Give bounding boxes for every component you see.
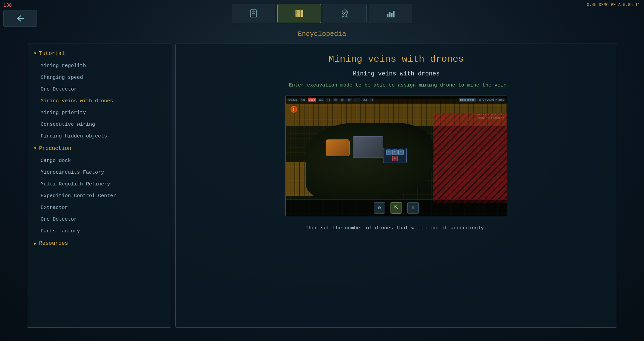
sidebar[interactable]: ▼ Tutorial Mining regolith Changing spee… — [27, 44, 171, 328]
content-panel: Mining veins with drones Mining veins wi… — [175, 44, 617, 328]
svg-rect-6 — [298, 10, 301, 17]
section-production-label: Production — [39, 146, 71, 152]
sidebar-item-expedition-control-center[interactable]: Expedition Control Center — [27, 190, 171, 202]
back-button[interactable] — [3, 10, 37, 27]
sidebar-item-cargo-dock[interactable]: Cargo dock — [27, 155, 171, 167]
article-title: Mining veins with drones — [328, 54, 464, 64]
svg-rect-7 — [301, 10, 303, 17]
sidebar-item-finding-hidden-objects[interactable]: Finding hidden objects — [27, 130, 171, 142]
svg-point-11 — [342, 10, 348, 15]
section-tutorial-label: Tutorial — [39, 51, 65, 57]
nav-tabs — [232, 4, 412, 23]
tab-stats[interactable] — [369, 4, 412, 23]
main-layout: ▼ Tutorial Mining regolith Changing spee… — [27, 44, 617, 328]
sidebar-item-mining-priority[interactable]: Mining priority — [27, 107, 171, 119]
section-resources[interactable]: ▶ Resources — [27, 237, 171, 250]
sidebar-item-parts-factory[interactable]: Parts factory — [27, 225, 171, 237]
tab-notes[interactable] — [232, 4, 275, 23]
gs-icon-gear: ⚙ — [374, 202, 385, 214]
sidebar-item-multi-regolith-refinery[interactable]: Multi-Regolith Refinery — [27, 178, 171, 190]
svg-rect-12 — [387, 14, 388, 17]
section-resources-label: Resources — [39, 240, 68, 246]
sidebar-item-mining-regolith[interactable]: Mining regolith — [27, 60, 171, 72]
arrow-production: ▼ — [34, 146, 36, 151]
section-tutorial[interactable]: ▼ Tutorial — [27, 47, 171, 60]
tab-encyclopedia[interactable] — [277, 4, 321, 23]
warning-icon: ! — [290, 106, 297, 113]
gs-watermark: DEMO BETA 0.83.389 WORK IN PROGRESS — [475, 113, 504, 120]
sidebar-item-ore-detector-1[interactable]: Ore Detector — [27, 83, 171, 95]
top-bar — [0, 0, 644, 27]
game-screenshot: 141421 +21 3000 125 ●0 ●8 ●6 ●0 ⋮⋮ 200 0… — [285, 96, 507, 216]
tab-achievements[interactable] — [323, 4, 367, 23]
svg-rect-15 — [393, 11, 395, 17]
section-production[interactable]: ▼ Production — [27, 142, 171, 155]
gs-icon-excavate: ⛏ — [390, 202, 402, 214]
article-body: Then set the number of drones that will … — [306, 224, 487, 232]
gs-icon-grid: ⊞ — [407, 202, 419, 214]
article-subtitle: Mining veins with drones — [353, 70, 440, 77]
arrow-tutorial: ▼ — [34, 51, 36, 56]
gs-hud: 141421 +21 3000 125 ●0 ●8 ●6 ●0 ⋮⋮ 200 0… — [286, 96, 507, 104]
gs-bottom-bar: ⚙ ⛏ ⊞ — [286, 199, 507, 216]
page-title: Encyclopedia — [0, 30, 644, 38]
sidebar-item-changing-speed[interactable]: Changing speed — [27, 72, 171, 83]
svg-rect-14 — [391, 13, 393, 17]
sidebar-item-mining-veins-with-drones[interactable]: Mining veins with drones — [27, 95, 171, 107]
sidebar-item-ore-detector-2[interactable]: Ore Detector — [27, 214, 171, 225]
sidebar-item-extractor[interactable]: Extractor — [27, 202, 171, 214]
sidebar-item-consecutive-wiring[interactable]: Consecutive wiring — [27, 119, 171, 130]
sidebar-item-microcircuits-factory[interactable]: Microcircuits Factory — [27, 167, 171, 178]
article-hint: - Enter excavation mode to be able to as… — [283, 82, 509, 88]
svg-rect-13 — [389, 12, 390, 17]
arrow-resources: ▶ — [34, 241, 36, 246]
gs-popup: + + + × — [383, 148, 407, 163]
